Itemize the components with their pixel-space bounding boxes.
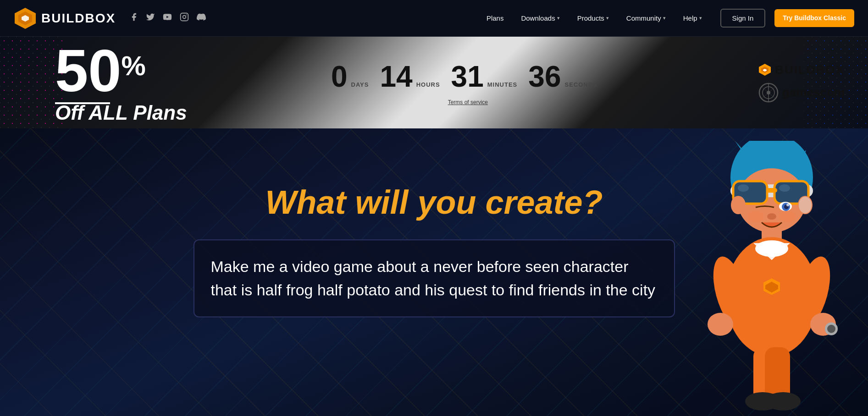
nav-downloads[interactable]: Downloads ▾: [514, 11, 566, 26]
countdown-seconds-label: SECONDS: [564, 81, 597, 88]
svg-point-54: [766, 392, 801, 410]
svg-point-35: [767, 213, 776, 220]
character-svg: [685, 141, 859, 416]
terms-of-service-link[interactable]: Terms of service: [448, 99, 488, 105]
hero-prompt-box[interactable]: Make me a video game about a never befor…: [194, 239, 675, 317]
svg-point-40: [799, 197, 812, 213]
twitter-icon[interactable]: [146, 12, 155, 24]
social-icons: [129, 12, 206, 24]
hero-title: What will you create?: [265, 183, 603, 221]
gamescom-icon: [758, 83, 779, 103]
countdown-hours-label: HOURS: [416, 81, 440, 88]
promo-percent-number: 50: [55, 41, 122, 100]
svg-rect-4: [181, 13, 188, 21]
buildbox-brand-logo: BUILDBOX: [758, 63, 845, 77]
promo-off-text: Off ALL Plans: [55, 101, 187, 124]
try-classic-button[interactable]: Try Buildbox Classic: [774, 9, 854, 27]
countdown-hours-num: 14: [380, 60, 412, 94]
nav-links: Plans Downloads ▾ Products ▾ Community ▾…: [480, 9, 854, 28]
svg-point-34: [786, 204, 789, 206]
svg-point-50: [827, 325, 835, 333]
hero-section: What will you create? Make me a video ga…: [0, 128, 868, 416]
buildbox-small-logo-icon: [758, 63, 771, 76]
instagram-icon[interactable]: [180, 12, 189, 24]
promo-discount-text: 50% Off ALL Plans: [0, 41, 187, 124]
svg-point-29: [738, 184, 749, 192]
countdown-minutes-label: MINUTES: [487, 81, 518, 88]
hero-prompt-text: Make me a video game about a never befor…: [211, 255, 658, 302]
svg-point-55: [755, 240, 788, 257]
nav-products[interactable]: Products ▾: [571, 11, 615, 26]
promo-percent-sign: %: [122, 50, 146, 82]
countdown-minutes-num: 31: [451, 60, 484, 94]
youtube-icon[interactable]: [162, 12, 172, 24]
countdown-seconds-num: 36: [528, 60, 561, 94]
gamescom-brand-logo: gamescom: [758, 83, 845, 103]
logo-link[interactable]: BUILDBOX: [14, 7, 116, 30]
community-chevron-icon: ▾: [663, 15, 666, 21]
svg-point-5: [183, 16, 186, 19]
countdown-display: 0 DAYS 14 HOURS 31 MINUTES 36 SECONDS: [331, 60, 605, 94]
facebook-icon[interactable]: [129, 12, 138, 24]
sign-in-button[interactable]: Sign In: [720, 9, 766, 28]
navbar: BUILDBOX Plans Downloads ▾: [0, 0, 868, 37]
svg-point-6: [186, 15, 187, 16]
svg-point-36: [747, 211, 764, 222]
svg-rect-28: [766, 188, 777, 193]
countdown-days-num: 0: [331, 60, 348, 94]
svg-point-47: [708, 313, 733, 336]
discord-icon[interactable]: [196, 12, 206, 24]
promo-countdown: 0 DAYS 14 HOURS 31 MINUTES 36 SECONDS Te…: [187, 60, 749, 105]
downloads-chevron-icon: ▾: [557, 15, 560, 21]
promo-banner: 50% Off ALL Plans 0 DAYS 14 HOURS 31 MIN…: [0, 37, 868, 128]
help-chevron-icon: ▾: [699, 15, 702, 21]
buildbox-logo-icon: [14, 7, 37, 30]
logo-text: BUILDBOX: [41, 11, 116, 26]
svg-point-37: [780, 211, 796, 222]
svg-point-38: [731, 196, 746, 214]
products-chevron-icon: ▾: [606, 15, 609, 21]
nav-plans[interactable]: Plans: [480, 11, 510, 26]
nav-community[interactable]: Community ▾: [620, 11, 672, 26]
nav-help[interactable]: Help ▾: [677, 11, 708, 26]
promo-partner-logos: BUILDBOX gamescom: [749, 63, 868, 103]
hero-character-illustration: [675, 128, 868, 416]
gamescom-brand-name: gamescom: [782, 85, 845, 100]
svg-point-30: [779, 184, 790, 192]
buildbox-brand-name: BUILDBOX: [775, 63, 845, 77]
countdown-days-label: DAYS: [351, 81, 369, 88]
